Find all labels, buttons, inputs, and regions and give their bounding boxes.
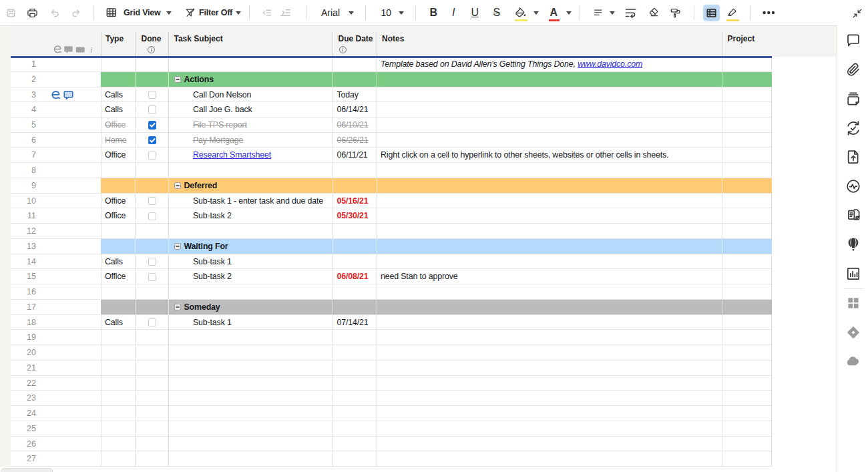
svg-text:i: i (90, 45, 92, 54)
